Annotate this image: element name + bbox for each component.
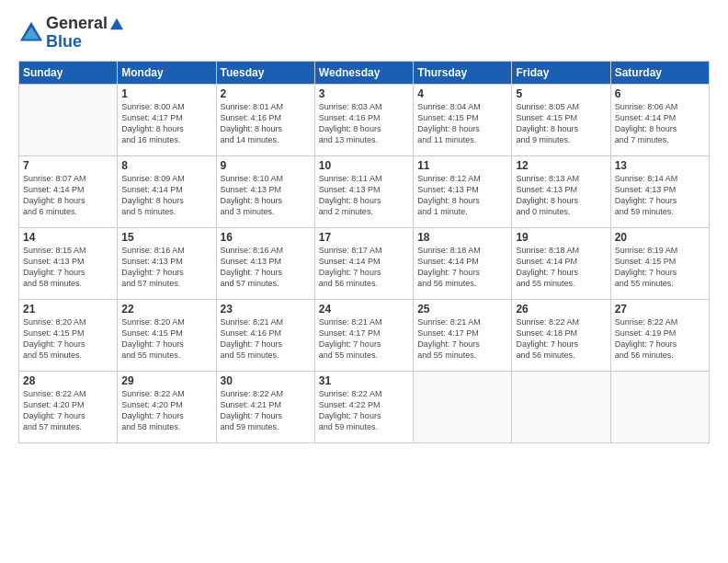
day-cell: 2Sunrise: 8:01 AM Sunset: 4:16 PM Daylig…: [216, 84, 314, 155]
day-info: Sunrise: 8:13 AM Sunset: 4:13 PM Dayligh…: [516, 173, 606, 218]
col-header-saturday: Saturday: [610, 61, 709, 84]
day-info: Sunrise: 8:19 AM Sunset: 4:15 PM Dayligh…: [615, 245, 705, 290]
day-info: Sunrise: 8:10 AM Sunset: 4:13 PM Dayligh…: [221, 173, 311, 218]
week-row-0: 1Sunrise: 8:00 AM Sunset: 4:17 PM Daylig…: [19, 84, 710, 155]
day-number: 18: [417, 231, 507, 244]
day-cell: 27Sunrise: 8:22 AM Sunset: 4:19 PM Dayli…: [610, 299, 709, 371]
day-cell: 16Sunrise: 8:16 AM Sunset: 4:13 PM Dayli…: [216, 227, 314, 299]
col-header-wednesday: Wednesday: [314, 61, 413, 84]
day-number: 21: [23, 303, 113, 316]
day-number: 23: [221, 303, 311, 316]
day-cell: 19Sunrise: 8:18 AM Sunset: 4:14 PM Dayli…: [512, 227, 610, 299]
day-info: Sunrise: 8:07 AM Sunset: 4:14 PM Dayligh…: [23, 173, 113, 218]
day-cell: 23Sunrise: 8:21 AM Sunset: 4:16 PM Dayli…: [216, 299, 314, 371]
day-cell: 20Sunrise: 8:19 AM Sunset: 4:15 PM Dayli…: [610, 227, 709, 299]
day-number: 25: [417, 303, 507, 316]
day-info: Sunrise: 8:16 AM Sunset: 4:13 PM Dayligh…: [221, 245, 311, 290]
day-cell: 18Sunrise: 8:18 AM Sunset: 4:14 PM Dayli…: [414, 227, 512, 299]
day-info: Sunrise: 8:09 AM Sunset: 4:14 PM Dayligh…: [121, 173, 211, 218]
day-info: Sunrise: 8:18 AM Sunset: 4:14 PM Dayligh…: [417, 245, 507, 290]
day-cell: 21Sunrise: 8:20 AM Sunset: 4:15 PM Dayli…: [19, 299, 118, 371]
day-info: Sunrise: 8:14 AM Sunset: 4:13 PM Dayligh…: [615, 173, 705, 218]
day-cell: 4Sunrise: 8:04 AM Sunset: 4:15 PM Daylig…: [414, 84, 512, 155]
day-info: Sunrise: 8:01 AM Sunset: 4:16 PM Dayligh…: [221, 101, 311, 146]
day-info: Sunrise: 8:22 AM Sunset: 4:19 PM Dayligh…: [615, 316, 705, 362]
day-number: 15: [121, 231, 211, 244]
day-cell: 11Sunrise: 8:12 AM Sunset: 4:13 PM Dayli…: [414, 155, 512, 227]
page: GeneralBlue SundayMondayTuesdayWednesday…: [0, 0, 728, 563]
day-info: Sunrise: 8:06 AM Sunset: 4:14 PM Dayligh…: [615, 101, 705, 146]
col-header-tuesday: Tuesday: [216, 61, 314, 84]
day-cell: [19, 84, 118, 155]
day-number: 4: [417, 87, 507, 100]
day-info: Sunrise: 8:03 AM Sunset: 4:16 PM Dayligh…: [319, 101, 409, 146]
day-cell: 30Sunrise: 8:22 AM Sunset: 4:21 PM Dayli…: [216, 371, 314, 442]
day-cell: 3Sunrise: 8:03 AM Sunset: 4:16 PM Daylig…: [314, 84, 413, 155]
day-cell: 14Sunrise: 8:15 AM Sunset: 4:13 PM Dayli…: [19, 227, 118, 299]
day-number: 8: [121, 159, 211, 172]
day-cell: 12Sunrise: 8:13 AM Sunset: 4:13 PM Dayli…: [512, 155, 610, 227]
day-info: Sunrise: 8:21 AM Sunset: 4:16 PM Dayligh…: [221, 316, 311, 362]
day-number: 20: [615, 231, 705, 244]
day-info: Sunrise: 8:04 AM Sunset: 4:15 PM Dayligh…: [417, 101, 507, 146]
day-number: 9: [221, 159, 311, 172]
week-row-1: 7Sunrise: 8:07 AM Sunset: 4:14 PM Daylig…: [19, 155, 710, 227]
day-info: Sunrise: 8:17 AM Sunset: 4:14 PM Dayligh…: [319, 245, 409, 290]
day-number: 24: [319, 303, 409, 316]
day-number: 1: [121, 87, 211, 100]
col-header-monday: Monday: [118, 61, 216, 84]
day-cell: 28Sunrise: 8:22 AM Sunset: 4:20 PM Dayli…: [19, 371, 118, 442]
day-number: 5: [516, 87, 606, 100]
day-cell: 5Sunrise: 8:05 AM Sunset: 4:15 PM Daylig…: [512, 84, 610, 155]
col-header-sunday: Sunday: [19, 61, 118, 84]
day-info: Sunrise: 8:16 AM Sunset: 4:13 PM Dayligh…: [121, 245, 211, 290]
day-info: Sunrise: 8:20 AM Sunset: 4:15 PM Dayligh…: [121, 316, 211, 362]
day-info: Sunrise: 8:18 AM Sunset: 4:14 PM Dayligh…: [516, 245, 606, 290]
day-info: Sunrise: 8:05 AM Sunset: 4:15 PM Dayligh…: [516, 101, 606, 146]
day-cell: 6Sunrise: 8:06 AM Sunset: 4:14 PM Daylig…: [610, 84, 709, 155]
day-number: 28: [23, 374, 113, 387]
header-row: SundayMondayTuesdayWednesdayThursdayFrid…: [19, 61, 710, 84]
day-info: Sunrise: 8:22 AM Sunset: 4:20 PM Dayligh…: [23, 388, 113, 433]
logo-text: GeneralBlue: [46, 15, 124, 52]
day-cell: 15Sunrise: 8:16 AM Sunset: 4:13 PM Dayli…: [118, 227, 216, 299]
day-cell: 9Sunrise: 8:10 AM Sunset: 4:13 PM Daylig…: [216, 155, 314, 227]
day-info: Sunrise: 8:22 AM Sunset: 4:20 PM Dayligh…: [121, 388, 211, 433]
day-cell: 17Sunrise: 8:17 AM Sunset: 4:14 PM Dayli…: [314, 227, 413, 299]
day-number: 12: [516, 159, 606, 172]
day-number: 7: [23, 159, 113, 172]
day-number: 30: [221, 374, 311, 387]
week-row-2: 14Sunrise: 8:15 AM Sunset: 4:13 PM Dayli…: [19, 227, 710, 299]
day-number: 13: [615, 159, 705, 172]
day-number: 26: [516, 303, 606, 316]
day-cell: 13Sunrise: 8:14 AM Sunset: 4:13 PM Dayli…: [610, 155, 709, 227]
logo: GeneralBlue: [18, 15, 124, 52]
day-number: 27: [615, 303, 705, 316]
day-cell: 25Sunrise: 8:21 AM Sunset: 4:17 PM Dayli…: [414, 299, 512, 371]
day-info: Sunrise: 8:22 AM Sunset: 4:18 PM Dayligh…: [516, 316, 606, 362]
day-cell: 10Sunrise: 8:11 AM Sunset: 4:13 PM Dayli…: [314, 155, 413, 227]
calendar-table: SundayMondayTuesdayWednesdayThursdayFrid…: [18, 61, 710, 443]
day-cell: [512, 371, 610, 442]
day-number: 17: [319, 231, 409, 244]
day-info: Sunrise: 8:20 AM Sunset: 4:15 PM Dayligh…: [23, 316, 113, 362]
col-header-friday: Friday: [512, 61, 610, 84]
day-number: 6: [615, 87, 705, 100]
day-info: Sunrise: 8:00 AM Sunset: 4:17 PM Dayligh…: [121, 101, 211, 146]
header: GeneralBlue: [18, 15, 710, 52]
svg-marker-2: [110, 18, 123, 29]
day-cell: 29Sunrise: 8:22 AM Sunset: 4:20 PM Dayli…: [118, 371, 216, 442]
day-info: Sunrise: 8:21 AM Sunset: 4:17 PM Dayligh…: [417, 316, 507, 362]
day-cell: 24Sunrise: 8:21 AM Sunset: 4:17 PM Dayli…: [314, 299, 413, 371]
week-row-4: 28Sunrise: 8:22 AM Sunset: 4:20 PM Dayli…: [19, 371, 710, 442]
day-info: Sunrise: 8:22 AM Sunset: 4:21 PM Dayligh…: [221, 388, 311, 433]
logo-icon: [18, 20, 44, 46]
day-number: 11: [417, 159, 507, 172]
day-cell: 7Sunrise: 8:07 AM Sunset: 4:14 PM Daylig…: [19, 155, 118, 227]
day-cell: 22Sunrise: 8:20 AM Sunset: 4:15 PM Dayli…: [118, 299, 216, 371]
day-cell: [414, 371, 512, 442]
day-cell: 26Sunrise: 8:22 AM Sunset: 4:18 PM Dayli…: [512, 299, 610, 371]
day-number: 29: [121, 374, 211, 387]
day-number: 19: [516, 231, 606, 244]
day-info: Sunrise: 8:11 AM Sunset: 4:13 PM Dayligh…: [319, 173, 409, 218]
